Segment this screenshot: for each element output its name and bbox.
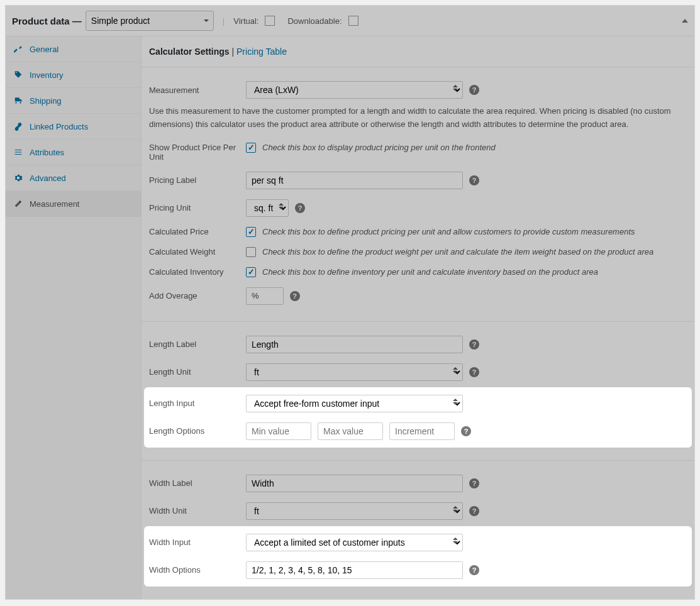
calculated-weight-checkbox[interactable] (246, 247, 256, 257)
tab-advanced[interactable]: Advanced (6, 165, 141, 191)
pricing-table-link[interactable]: Pricing Table (236, 47, 287, 57)
length-label-label: Length Label (149, 339, 246, 349)
length-min-input[interactable] (246, 422, 311, 440)
add-overage-input[interactable] (264, 288, 283, 304)
width-label-label: Width Label (149, 478, 246, 488)
content-header: Calculator Settings | Pricing Table (142, 36, 694, 67)
pricing-label-input[interactable] (246, 172, 463, 189)
calculated-weight-label: Calculated Weight (149, 247, 246, 256)
help-icon[interactable]: ? (461, 426, 471, 436)
pricing-label-label: Pricing Label (149, 175, 246, 185)
product-data-tabs: General Inventory Shipping Linked Produc… (6, 36, 142, 599)
virtual-label: Virtual: (233, 16, 258, 26)
add-overage-field: % (246, 287, 284, 305)
help-icon[interactable]: ? (290, 291, 300, 301)
length-input-select[interactable]: Accept free-form customer input (246, 395, 463, 412)
sidebar-item-label: Shipping (30, 96, 62, 106)
length-label-input[interactable] (246, 336, 463, 353)
panel-header: Product data — Simple product | Virtual:… (6, 6, 694, 36)
length-unit-label: Length Unit (149, 367, 246, 377)
sidebar-item-label: General (30, 45, 58, 54)
calculated-price-desc: Check this box to define product pricing… (262, 227, 635, 236)
length-max-input[interactable] (318, 422, 383, 440)
product-data-panel: Product data — Simple product | Virtual:… (5, 5, 695, 600)
help-icon[interactable]: ? (469, 367, 479, 377)
downloadable-checkbox[interactable] (348, 16, 358, 26)
calculated-price-label: Calculated Price (149, 227, 246, 236)
calculated-inventory-desc: Check this box to define inventory per u… (262, 267, 598, 277)
measurement-desc: Use this measurement to have the custome… (149, 104, 687, 138)
calculator-settings-title: Calculator Settings (149, 47, 230, 57)
length-unit-select[interactable]: ft (246, 363, 463, 381)
tag-icon (13, 70, 23, 80)
sidebar-item-label: Advanced (30, 174, 66, 183)
width-options-label: Width Options (149, 565, 246, 575)
sidebar-item-label: Inventory (30, 70, 63, 80)
measurement-label: Measurement (149, 85, 246, 95)
pricing-unit-select[interactable]: sq. ft. (246, 199, 289, 217)
percent-icon: % (247, 291, 264, 300)
help-icon[interactable]: ? (469, 565, 479, 575)
length-input-label: Length Input (149, 399, 246, 408)
width-input-label: Width Input (149, 537, 246, 547)
calculated-inventory-label: Calculated Inventory (149, 267, 246, 277)
sidebar-item-label: Linked Products (30, 122, 88, 131)
add-overage-label: Add Overage (149, 291, 246, 300)
collapse-caret-icon[interactable] (682, 19, 688, 23)
virtual-checkbox[interactable] (265, 16, 275, 26)
show-price-per-unit-label: Show Product Price Per Unit (149, 143, 246, 162)
help-icon[interactable]: ? (469, 339, 479, 350)
sidebar-item-label: Measurement (30, 199, 79, 209)
width-unit-label: Width Unit (149, 506, 246, 515)
show-price-per-unit-desc: Check this box to display product pricin… (262, 143, 496, 152)
tab-linked-products[interactable]: Linked Products (6, 114, 141, 140)
width-options-input[interactable] (246, 561, 463, 579)
tab-general[interactable]: General (6, 36, 141, 62)
tab-measurement[interactable]: Measurement (6, 191, 141, 217)
link-icon (13, 121, 23, 131)
help-icon[interactable]: ? (469, 85, 479, 95)
show-price-per-unit-checkbox[interactable] (246, 143, 256, 153)
sidebar-item-label: Attributes (30, 148, 64, 157)
width-label-input[interactable] (246, 475, 463, 492)
product-type-select[interactable]: Simple product (86, 11, 214, 31)
wrench-icon (13, 44, 23, 54)
calculated-inventory-checkbox[interactable] (246, 267, 256, 277)
panel-title: Product data — (12, 16, 82, 26)
tab-attributes[interactable]: Attributes (6, 140, 141, 165)
help-icon[interactable]: ? (469, 506, 479, 516)
help-icon[interactable]: ? (469, 478, 479, 488)
length-options-label: Length Options (149, 426, 246, 436)
calculated-price-checkbox[interactable] (246, 227, 256, 237)
calculated-weight-desc: Check this box to define the product wei… (262, 247, 653, 256)
downloadable-label: Downloadable: (287, 16, 342, 26)
list-icon (13, 147, 23, 157)
pricing-unit-label: Pricing Unit (149, 203, 246, 212)
measurement-select[interactable]: Area (LxW) (246, 81, 463, 99)
measurement-content: Calculator Settings | Pricing Table Meas… (142, 36, 694, 599)
help-icon[interactable]: ? (295, 203, 305, 213)
truck-icon (13, 96, 23, 106)
gear-icon (13, 173, 23, 183)
help-icon[interactable]: ? (469, 175, 479, 185)
tab-shipping[interactable]: Shipping (6, 88, 141, 114)
width-unit-select[interactable]: ft (246, 502, 463, 520)
width-input-select[interactable]: Accept a limited set of customer inputs (246, 534, 463, 551)
length-increment-input[interactable] (389, 422, 455, 440)
tab-inventory[interactable]: Inventory (6, 62, 141, 88)
ruler-icon (13, 199, 23, 209)
